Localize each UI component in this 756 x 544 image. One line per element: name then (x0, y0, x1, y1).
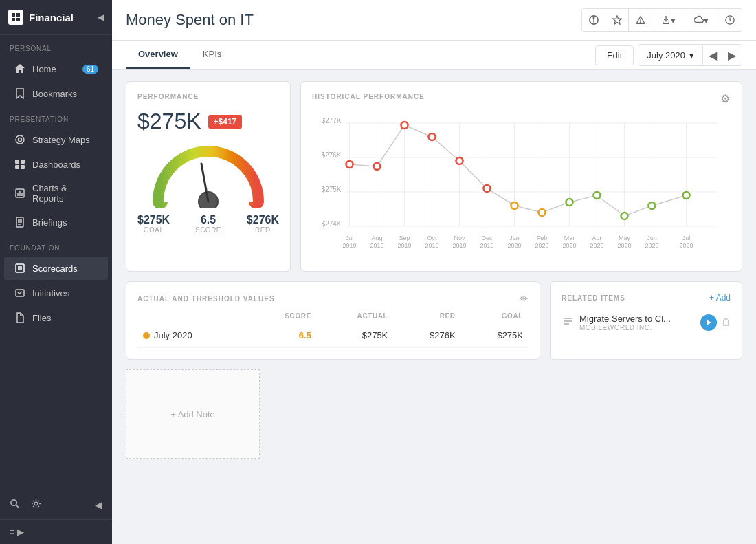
svg-point-28 (593, 17, 594, 18)
svg-rect-7 (15, 160, 19, 164)
table-row: July 2020 6.5 $275K $276K $275K (137, 323, 529, 348)
svg-rect-2 (12, 18, 15, 21)
svg-text:2019: 2019 (480, 242, 493, 249)
tabs-right: Edit July 2020 ▾ ◀ ▶ (595, 44, 742, 66)
col-period (137, 309, 248, 323)
sidebar-bottom: ≡ ▶ (0, 519, 112, 544)
cloud-button[interactable]: ▾ (685, 9, 718, 31)
scorecards-icon (14, 262, 26, 274)
sidebar-item-initiatives[interactable]: Initiatives (4, 281, 108, 305)
tab-kpis[interactable]: KPIs (190, 41, 234, 69)
related-item-action-button[interactable] (700, 314, 717, 331)
sidebar: Financial ◀ PERSONAL Home 61 Bookmarks P… (0, 0, 112, 544)
related-item-actions (700, 314, 731, 331)
period-next-button[interactable]: ▶ (722, 45, 742, 65)
search-icon[interactable] (10, 499, 20, 511)
period-label[interactable]: July 2020 ▾ (638, 46, 703, 65)
svg-text:Jul: Jul (682, 235, 691, 241)
svg-text:Jun: Jun (647, 235, 657, 241)
svg-rect-9 (15, 165, 19, 169)
sidebar-item-charts-reports[interactable]: Charts & Reports (4, 177, 108, 209)
period-text: July 2020 (647, 50, 685, 61)
svg-point-32 (640, 22, 641, 23)
svg-text:$277K: $277K (322, 117, 342, 124)
svg-marker-100 (707, 320, 711, 325)
sidebar-item-dashboards[interactable]: Dashboards (4, 153, 108, 176)
topbar-btn-group: ▾ ▾ (581, 8, 742, 32)
clock-button[interactable] (718, 9, 742, 31)
svg-text:Mar: Mar (564, 235, 575, 241)
related-item-delete-button[interactable] (721, 317, 731, 329)
tab-overview[interactable]: Overview (126, 41, 190, 69)
svg-text:Sep: Sep (399, 235, 410, 241)
svg-point-25 (34, 502, 38, 505)
sidebar-item-files-label: Files (32, 313, 98, 323)
sidebar-arrow-left-icon[interactable]: ◀ (95, 499, 102, 510)
svg-point-87 (429, 133, 436, 140)
perf-footer: $275K GOAL 6.5 SCORE $276K RED (137, 214, 279, 234)
main-content: Money Spent on IT ▾ ▾ (112, 0, 756, 544)
sidebar-collapse-btn[interactable]: ◀ (98, 12, 104, 22)
perf-goal-value: $275K (137, 214, 170, 226)
svg-text:2020: 2020 (679, 242, 693, 249)
svg-point-85 (374, 163, 381, 170)
star-button[interactable] (605, 9, 629, 31)
svg-point-84 (346, 161, 353, 168)
info-button[interactable] (582, 9, 605, 31)
perf-main-value: $275K (137, 109, 201, 134)
notes-row: + Add Note (126, 369, 742, 459)
sidebar-item-scorecards[interactable]: Scorecards (4, 257, 108, 280)
svg-marker-29 (612, 16, 621, 24)
svg-text:2019: 2019 (425, 242, 438, 249)
sidebar-item-bookmarks[interactable]: Bookmarks (4, 82, 108, 105)
perf-stat-score: 6.5 SCORE (195, 214, 221, 234)
svg-text:2020: 2020 (562, 242, 576, 249)
bottom-row: ACTUAL AND THRESHOLD VALUES ✏ SCORE ACTU… (126, 281, 742, 360)
sidebar-item-files[interactable]: Files (4, 306, 108, 329)
sidebar-footer: ◀ (0, 490, 112, 519)
add-related-button[interactable]: + Add (709, 293, 731, 303)
related-item: Migrate Servers to Cl... MOBILEWORLD INC… (562, 309, 731, 336)
dashboards-icon (14, 158, 26, 171)
gauge-svg (150, 140, 267, 208)
settings-icon[interactable] (31, 499, 41, 511)
gear-button[interactable]: ⚙ (717, 90, 733, 107)
perf-stat-red: $276K RED (247, 214, 279, 234)
perf-badge: +$417 (208, 115, 243, 129)
svg-text:2020: 2020 (507, 242, 521, 249)
sidebar-item-briefings[interactable]: Briefings (4, 210, 108, 234)
perf-goal-label: GOAL (137, 226, 170, 234)
home-icon (14, 63, 26, 75)
perf-red-value: $276K (247, 214, 279, 226)
svg-point-90 (511, 202, 518, 209)
svg-point-86 (401, 122, 408, 129)
sidebar-item-home[interactable]: Home 61 (4, 57, 108, 80)
svg-text:2020: 2020 (645, 242, 658, 249)
svg-point-91 (539, 209, 546, 216)
performance-card: PERFORMANCE $275K +$417 (126, 81, 291, 272)
edit-button[interactable]: Edit (595, 45, 634, 65)
add-note-card[interactable]: + Add Note (126, 369, 260, 459)
svg-text:2020: 2020 (535, 242, 548, 249)
page-title: Money Spent on IT (126, 11, 581, 29)
sidebar-item-scorecards-label: Scorecards (32, 263, 98, 274)
financial-icon (8, 10, 23, 25)
sidebar-item-strategy-maps[interactable]: Strategy Maps (4, 128, 108, 151)
status-dot (143, 332, 150, 339)
table-edit-button[interactable]: ✏ (520, 293, 529, 304)
sidebar-item-home-label: Home (32, 64, 82, 74)
export-button[interactable]: ▾ (652, 9, 685, 31)
svg-text:$275K: $275K (322, 186, 342, 193)
section-foundation: FOUNDATION (0, 235, 112, 256)
period-prev-button[interactable]: ◀ (703, 45, 722, 65)
row-red: $276K (393, 323, 460, 348)
svg-point-96 (683, 192, 690, 199)
perf-score-value: 6.5 (195, 214, 221, 226)
sidebar-bottom-icon[interactable]: ≡ ▶ (10, 527, 24, 537)
initiatives-icon (14, 287, 26, 299)
svg-text:Feb: Feb (537, 235, 548, 241)
svg-marker-4 (16, 89, 23, 98)
svg-text:Nov: Nov (454, 235, 465, 241)
svg-text:Oct: Oct (427, 235, 437, 241)
alert-button[interactable] (629, 9, 652, 31)
